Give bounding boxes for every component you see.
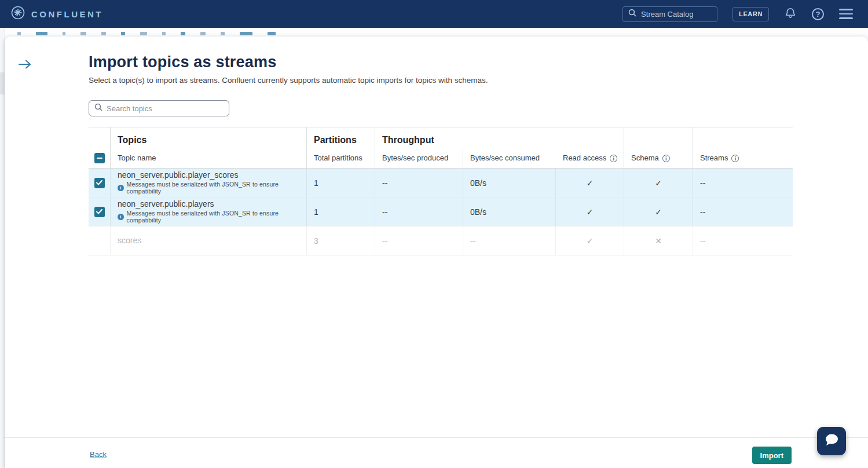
streams-value: --	[693, 226, 793, 255]
streams-value: --	[693, 169, 793, 197]
import-button[interactable]: Import	[752, 447, 792, 464]
brand-wordmark: CONFLUENT	[31, 9, 103, 19]
select-all-checkbox[interactable]	[94, 153, 105, 163]
import-topics-panel: Import topics as streams Select a topic(…	[5, 36, 868, 468]
notifications-button[interactable]	[784, 7, 797, 21]
bytes-produced-value: --	[375, 198, 463, 226]
schema-check-icon: ✓	[624, 169, 693, 197]
read-access-check-icon: ✓	[556, 226, 624, 255]
topic-name: neon_server.public.players	[118, 200, 214, 209]
left-edge-tab	[0, 72, 5, 94]
confluent-logo-icon	[10, 5, 25, 23]
column-header-topic-name: Topic name	[111, 149, 307, 168]
topic-name: neon_server.public.player_scores	[118, 171, 239, 180]
page-title: Import topics as streams	[89, 53, 276, 71]
info-icon[interactable]: i	[610, 155, 617, 162]
topic-name: scores	[118, 236, 141, 245]
bytes-consumed-value: 0B/s	[463, 169, 556, 197]
row-checkbox[interactable]	[94, 178, 105, 188]
breadcrumb-clipped	[17, 32, 276, 36]
column-header-total-partitions: Total partitions	[307, 149, 375, 168]
table-row[interactable]: neon_server.public.player_scores i Messa…	[89, 169, 793, 198]
row-checkbox[interactable]	[94, 207, 105, 217]
empty-checkbox-cell	[89, 226, 111, 255]
partitions-value: 3	[307, 226, 375, 255]
help-button[interactable]: ?	[812, 8, 824, 20]
column-header-streams: Streams i	[693, 127, 793, 168]
header-checkbox-cell	[89, 127, 111, 168]
page-subtitle: Select a topic(s) to import as streams. …	[89, 76, 488, 85]
topics-table: Topics Partitions Throughput Read access…	[89, 127, 793, 255]
chat-widget-button[interactable]	[817, 427, 846, 455]
bytes-produced-value: --	[375, 226, 463, 255]
topic-note: i Messages must be serialized with JSON_…	[118, 210, 306, 224]
table-row: scores 3 -- -- ✓ ✕ --	[89, 226, 793, 255]
bytes-consumed-value: --	[463, 226, 556, 255]
read-access-check-icon: ✓	[556, 198, 624, 226]
bell-icon	[784, 7, 797, 21]
stream-catalog-input[interactable]	[641, 10, 710, 19]
bytes-produced-value: --	[375, 169, 463, 197]
column-header-read-access: Read access i	[556, 127, 624, 168]
table-header: Topics Partitions Throughput Read access…	[89, 127, 793, 169]
search-icon	[628, 9, 636, 19]
learn-button[interactable]: LEARN	[733, 7, 769, 21]
streams-value: --	[693, 198, 793, 226]
menu-button[interactable]	[839, 9, 853, 19]
read-access-check-icon: ✓	[556, 169, 624, 197]
topic-search-input[interactable]	[107, 104, 217, 113]
partitions-value: 1	[307, 198, 375, 226]
topic-note: i Messages must be serialized with JSON_…	[118, 181, 306, 195]
footer-divider	[5, 437, 868, 438]
back-link[interactable]: Back	[90, 450, 107, 459]
column-header-bytes-produced: Bytes/sec produced	[375, 149, 463, 168]
info-icon: i	[118, 185, 124, 191]
top-app-bar: CONFLUENT LEARN ?	[0, 0, 868, 28]
info-icon[interactable]: i	[731, 155, 739, 162]
topic-search-box[interactable]	[89, 100, 229, 116]
arrow-right-icon	[18, 63, 32, 71]
table-row[interactable]: neon_server.public.players i Messages mu…	[89, 198, 793, 226]
column-group-partitions: Partitions	[307, 127, 375, 149]
schema-cross-icon: ✕	[624, 226, 693, 255]
bytes-consumed-value: 0B/s	[463, 198, 556, 226]
partitions-value: 1	[307, 169, 375, 197]
help-icon: ?	[812, 8, 824, 20]
column-header-bytes-consumed: Bytes/sec consumed	[463, 149, 556, 168]
column-header-schema: Schema i	[624, 127, 693, 168]
stream-catalog-search[interactable]	[622, 6, 717, 22]
info-icon[interactable]: i	[662, 155, 670, 162]
search-icon	[94, 103, 102, 114]
column-group-topics: Topics	[111, 127, 307, 149]
confluent-brand[interactable]: CONFLUENT	[10, 5, 103, 23]
hamburger-icon	[839, 9, 853, 19]
schema-check-icon: ✓	[624, 198, 693, 226]
collapse-panel-button[interactable]	[17, 57, 32, 72]
column-group-throughput: Throughput	[375, 127, 556, 149]
chat-bubble-icon	[823, 433, 840, 449]
info-icon: i	[118, 214, 124, 220]
